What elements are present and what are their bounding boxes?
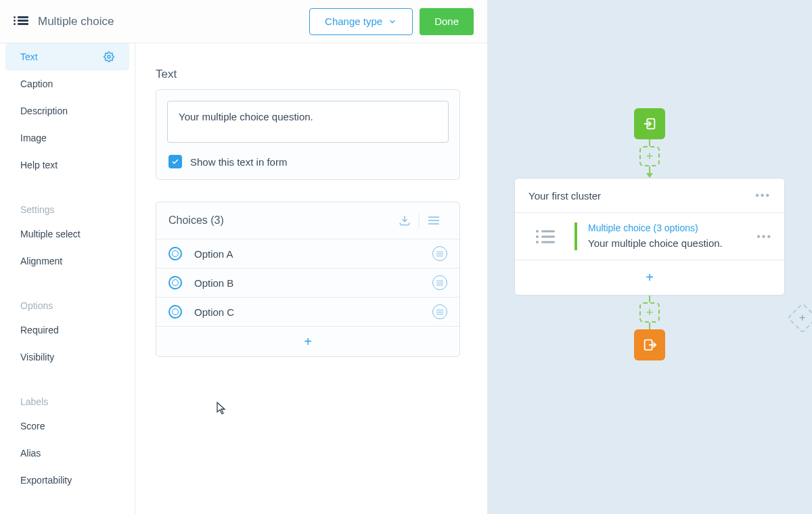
cluster-card[interactable]: Your first cluster ••• Multiple choice [514,178,785,296]
text-section-label: Text [156,68,460,81]
enter-icon [642,116,657,131]
gear-icon [104,51,114,62]
choice-row[interactable]: Option A [156,239,459,268]
sidebar-item-label: Exportability [20,475,72,486]
sidebar-item-text[interactable]: Text [5,43,129,70]
page-title: Multiple choice [38,15,114,28]
sidebar-item-multiple-select[interactable]: Multiple select [5,220,129,248]
radio-icon [168,247,182,260]
sidebar-item-caption[interactable]: Caption [5,70,129,97]
add-node-placeholder[interactable]: + [639,146,660,166]
plus-icon: + [799,312,805,324]
plus-icon: + [304,335,312,348]
sidebar-section-settings: Settings [0,192,135,220]
svg-point-9 [536,241,539,243]
add-branch-placeholder[interactable]: + [787,302,812,333]
text-card: Show this text in form [156,89,460,180]
add-choice-button[interactable]: + [156,326,459,356]
cluster-menu-icon[interactable]: ••• [755,189,771,202]
sidebar-item-label: Alignment [20,256,62,266]
sidebar-item-label: Alias [20,448,41,459]
sidebar-item-helptext[interactable]: Help text [5,151,129,179]
question-block[interactable]: Multiple choice (3 options) Your multipl… [515,212,784,260]
choices-header-label: Choices (3) [168,214,224,227]
block-type-label: Multiple choice (3 options) [588,223,743,233]
radio-icon [168,305,182,319]
choices-card: Choices (3) [156,202,460,357]
question-text-input[interactable] [167,101,449,143]
multiple-choice-icon [535,229,557,245]
flow-canvas: + Your first cluster ••• [487,0,812,514]
cluster-title: Your first cluster [528,190,601,202]
plus-icon: + [646,270,654,285]
sidebar-item-exportability[interactable]: Exportability [5,467,129,494]
sidebar-item-description[interactable]: Description [5,97,129,124]
add-node-placeholder[interactable]: + [639,302,660,323]
done-label: Done [434,16,459,27]
change-type-button[interactable]: Change type [309,8,413,35]
sidebar-item-label: Text [20,51,38,62]
sidebar-item-label: Description [20,106,68,116]
sidebar-item-label: Help text [20,160,58,170]
sidebar-section-labels: Labels [0,384,135,413]
sidebar-item-label: Caption [20,78,53,89]
sidebar-item-alignment[interactable]: Alignment [5,248,129,275]
chevron-down-icon [388,17,397,26]
main-content: Text Show this text in form Choices (3) [135,0,487,514]
sidebar-item-image[interactable]: Image [5,124,129,151]
radio-icon [168,276,182,289]
sidebar-item-score[interactable]: Score [5,413,129,440]
choice-row[interactable]: Option B [156,268,459,297]
choice-label: Option A [194,248,233,260]
choice-row[interactable]: Option C [156,297,459,326]
start-node[interactable] [634,108,665,139]
multiple-choice-icon [14,16,28,27]
exit-icon [642,337,657,352]
import-icon[interactable] [390,214,419,227]
sidebar-item-visibility[interactable]: Visibility [5,344,129,371]
svg-rect-6 [541,230,555,232]
sidebar-section-options: Options [0,288,135,317]
sidebar-item-required[interactable]: Required [5,317,129,344]
drag-handle-icon[interactable] [432,304,447,319]
choice-label: Option C [194,306,234,318]
change-type-label: Change type [325,16,382,27]
drag-handle-icon[interactable] [432,246,447,261]
sidebar-item-label: Image [20,133,47,143]
header-bar: Multiple choice Change type Done [0,0,487,43]
done-button[interactable]: Done [420,8,474,35]
drag-handle-icon[interactable] [432,275,447,290]
add-block-button[interactable]: + [515,260,784,295]
svg-point-0 [108,55,110,58]
arrow-down-icon [646,173,653,178]
sidebar: Text Caption Description Image Help text… [0,0,135,514]
block-menu-icon[interactable]: ••• [757,231,784,243]
end-node[interactable] [634,329,665,360]
sidebar-item-alias[interactable]: Alias [5,440,129,467]
choice-label: Option B [194,277,233,289]
show-in-form-checkbox[interactable] [168,155,182,168]
sidebar-item-label: Multiple select [20,229,81,239]
sidebar-item-label: Visibility [20,352,54,363]
block-text: Your multiple choice question. [588,236,743,250]
svg-point-5 [536,230,539,233]
svg-rect-8 [541,235,555,237]
svg-rect-10 [541,241,555,243]
show-in-form-label: Show this text in form [190,156,287,168]
svg-point-7 [536,235,539,238]
sidebar-item-label: Required [20,325,59,335]
menu-lines-icon[interactable] [419,213,447,228]
sidebar-item-label: Score [20,421,45,431]
